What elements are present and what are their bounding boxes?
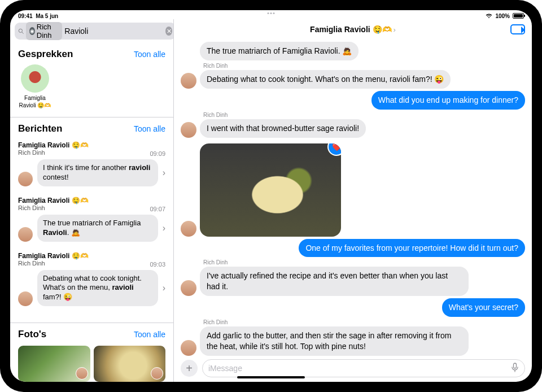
- facetime-button[interactable]: [510, 24, 525, 34]
- photo-result[interactable]: [94, 346, 166, 382]
- sender-avatar-icon: [181, 73, 196, 89]
- sender-avatar-icon: [181, 221, 196, 237]
- chevron-right-icon: ›: [163, 283, 165, 293]
- multitask-grabber-icon[interactable]: [268, 12, 275, 14]
- photo-result[interactable]: [18, 346, 90, 382]
- result-preview-bubble: The true matriarch of Famiglia Ravioli. …: [37, 215, 158, 242]
- message-search-result[interactable]: Famiglia Ravioli 🤤🫶Rich Dinh09:07The tru…: [10, 192, 173, 247]
- wifi-icon: [486, 14, 492, 19]
- result-preview-bubble: I think it's time for another ravioli co…: [37, 159, 158, 186]
- sender-avatar-icon: [181, 280, 196, 296]
- message-search-result[interactable]: Famiglia Ravioli 🤤🫶Rich Dinh09:09I think…: [10, 137, 173, 192]
- sender-avatar-icon: [18, 227, 33, 242]
- chevron-right-icon: ›: [394, 25, 396, 34]
- message-bubble[interactable]: What did you end up making for dinner?: [371, 91, 525, 110]
- group-avatar-icon: [21, 64, 49, 93]
- sender-label: Rich Dinh: [200, 319, 469, 325]
- sender-avatar-icon: [181, 340, 196, 356]
- search-field[interactable]: ◉ Rich Dinh ✕: [15, 23, 174, 40]
- status-date: Ma 5 jun: [36, 13, 58, 19]
- result-chat-name: Famiglia Ravioli 🤤🫶: [18, 141, 165, 149]
- battery-icon: [513, 13, 524, 19]
- dictate-icon[interactable]: [511, 363, 519, 374]
- result-chat-name: Famiglia Ravioli 🤤🫶: [18, 197, 165, 204]
- sender-label: Rich Dinh: [200, 112, 366, 118]
- sender-avatar-icon: [181, 122, 196, 138]
- message-bubble[interactable]: What's your secret?: [442, 298, 525, 317]
- chevron-right-icon: ›: [163, 223, 165, 233]
- result-time: 09:07: [150, 206, 165, 212]
- result-sender: Rich Dinh: [18, 260, 165, 267]
- add-attachment-button[interactable]: +: [181, 360, 198, 377]
- search-icon: [18, 27, 24, 35]
- conversation-pane: Famiglia Ravioli 🤤🫶› The true matriarch …: [174, 19, 532, 382]
- sender-badge-icon: [76, 367, 88, 380]
- svg-line-1: [22, 32, 23, 33]
- message-bubble[interactable]: Add garlic to the butter, and then stir …: [200, 326, 469, 356]
- status-bar: 09:41 Ma 5 jun 100%: [10, 10, 532, 19]
- sidebar: ◉ Rich Dinh ✕ Annuleer Gesprekken Toon a…: [10, 19, 174, 382]
- ipad-frame: 09:41 Ma 5 jun 100% ◉ Rich Dinh ✕: [0, 0, 542, 392]
- conversation-name: Famiglia Ravioli 🤤🫶: [18, 95, 52, 109]
- sender-label: Rich Dinh: [200, 63, 451, 69]
- sender-avatar-icon: [18, 291, 33, 306]
- result-time: 09:03: [150, 261, 165, 268]
- sender-label: Rich Dinh: [200, 259, 469, 265]
- photos-show-all-link[interactable]: Toon alle: [134, 330, 165, 339]
- message-bubble[interactable]: I went with that browned-butter sage rav…: [200, 119, 366, 138]
- message-search-result[interactable]: Famiglia Ravioli 🤤🫶Rich Dinh09:03Debatin…: [10, 247, 173, 312]
- tapback-love-icon[interactable]: ❤️: [329, 143, 341, 155]
- messages-show-all-link[interactable]: Toon alle: [134, 124, 165, 133]
- status-time: 09:41: [18, 13, 33, 19]
- chevron-right-icon: ›: [163, 168, 165, 178]
- search-token[interactable]: ◉ Rich Dinh: [26, 22, 62, 40]
- message-bubble[interactable]: One of my favorites from your repertoire…: [299, 239, 525, 258]
- svg-rect-2: [514, 363, 517, 368]
- chat-transcript[interactable]: The true matriarch of Famiglia Ravioli. …: [174, 40, 532, 356]
- message-placeholder: iMessage: [208, 364, 242, 373]
- message-input[interactable]: iMessage: [202, 359, 525, 377]
- section-photos-heading: Foto's: [18, 329, 46, 340]
- search-input[interactable]: [64, 27, 163, 36]
- screen: 09:41 Ma 5 jun 100% ◉ Rich Dinh ✕: [10, 10, 532, 382]
- conversation-title: Famiglia Ravioli 🤤🫶: [310, 25, 391, 34]
- sender-badge-icon: [151, 367, 163, 380]
- home-indicator[interactable]: [237, 376, 305, 378]
- message-bubble[interactable]: The true matriarch of Famiglia Ravioli. …: [200, 42, 359, 60]
- result-sender: Rich Dinh: [18, 204, 165, 211]
- sender-avatar-icon: [18, 172, 33, 186]
- battery-percent: 100%: [495, 13, 510, 19]
- message-bubble[interactable]: I've actually refined the recipe and it'…: [200, 267, 469, 296]
- conversation-header[interactable]: Famiglia Ravioli 🤤🫶›: [174, 19, 532, 40]
- person-icon: ◉: [29, 27, 35, 35]
- section-messages-heading: Berichten: [18, 123, 62, 134]
- search-token-label: Rich Dinh: [37, 23, 59, 40]
- result-chat-name: Famiglia Ravioli 🤤🫶: [18, 252, 165, 260]
- image-attachment[interactable]: ❤️: [200, 143, 341, 237]
- conversation-result[interactable]: Famiglia Ravioli 🤤🫶: [18, 64, 52, 109]
- message-bubble[interactable]: Debating what to cook tonight. What's on…: [200, 70, 451, 89]
- conversations-show-all-link[interactable]: Toon alle: [134, 50, 165, 59]
- clear-search-button[interactable]: ✕: [165, 27, 172, 36]
- result-time: 09:09: [150, 150, 165, 157]
- result-preview-bubble: Debating what to cook tonight. What's on…: [37, 270, 158, 307]
- section-conversations-heading: Gesprekken: [18, 49, 73, 60]
- result-sender: Rich Dinh: [18, 149, 165, 156]
